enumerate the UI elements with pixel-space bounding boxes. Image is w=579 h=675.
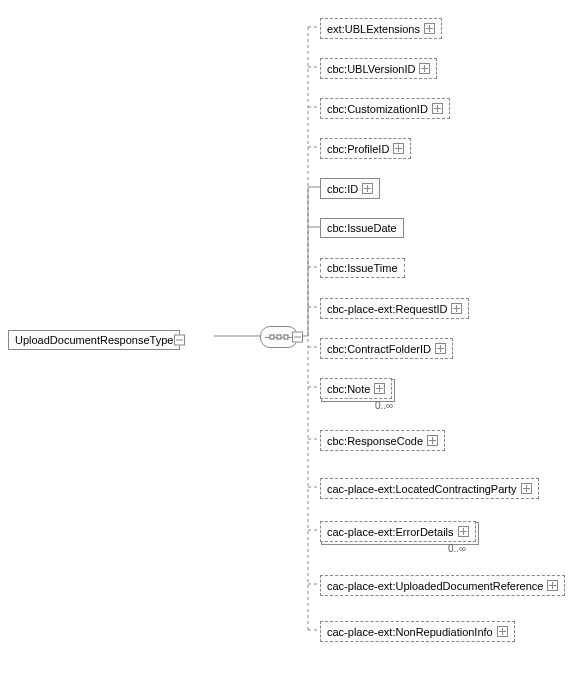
element-label: cbc:IssueTime [327,262,398,274]
schema-element[interactable]: cbc:Note [320,378,392,399]
cardinality-label: 0..∞ [375,400,393,411]
element-label: cbc:UBLVersionID [327,63,415,75]
element-label: cbc:IssueDate [327,222,397,234]
schema-element[interactable]: cac-place-ext:ErrorDetails [320,521,476,542]
element-label: ext:UBLExtensions [327,23,420,35]
schema-element[interactable]: cbc:UBLVersionID [320,58,437,79]
schema-element[interactable]: cbc:IssueDate [320,218,404,238]
element-label: cbc:ResponseCode [327,435,423,447]
schema-element[interactable]: ext:UBLExtensions [320,18,442,39]
sequence-connector [260,326,298,348]
root-type-box: UploadDocumentResponseType [8,330,180,350]
expand-icon[interactable] [362,183,373,194]
expand-icon[interactable] [427,435,438,446]
element-label: cac-place-ext:ErrorDetails [327,526,454,538]
element-label: cac-place-ext:UploadedDocumentReference [327,580,543,592]
expand-icon[interactable] [374,383,385,394]
expand-icon[interactable] [458,526,469,537]
schema-element[interactable]: cbc:ProfileID [320,138,411,159]
schema-element[interactable]: cbc:ContractFolderID [320,338,453,359]
element-label: cbc:ProfileID [327,143,389,155]
expand-icon[interactable] [435,343,446,354]
collapse-icon[interactable] [174,335,185,346]
expand-icon[interactable] [393,143,404,154]
cardinality-label: 0..∞ [448,543,466,554]
element-label: cbc-place-ext:RequestID [327,303,447,315]
expand-icon[interactable] [424,23,435,34]
expand-icon[interactable] [497,626,508,637]
expand-icon[interactable] [521,483,532,494]
root-type-label: UploadDocumentResponseType [15,334,173,346]
collapse-icon[interactable] [292,332,303,343]
expand-icon[interactable] [451,303,462,314]
schema-element[interactable]: cbc:ID [320,178,380,199]
element-label: cac-place-ext:NonRepudiationInfo [327,626,493,638]
expand-icon[interactable] [547,580,558,591]
expand-icon[interactable] [432,103,443,114]
schema-element[interactable]: cbc:CustomizationID [320,98,450,119]
element-label: cbc:Note [327,383,370,395]
schema-element[interactable]: cac-place-ext:UploadedDocumentReference [320,575,565,596]
element-label: cbc:ContractFolderID [327,343,431,355]
schema-element[interactable]: cbc:IssueTime [320,258,405,278]
schema-element[interactable]: cac-place-ext:NonRepudiationInfo [320,621,515,642]
element-label: cbc:ID [327,183,358,195]
expand-icon[interactable] [419,63,430,74]
element-label: cbc:CustomizationID [327,103,428,115]
schema-element[interactable]: cbc-place-ext:RequestID [320,298,469,319]
schema-element[interactable]: cac-place-ext:LocatedContractingParty [320,478,539,499]
schema-element[interactable]: cbc:ResponseCode [320,430,445,451]
element-label: cac-place-ext:LocatedContractingParty [327,483,517,495]
